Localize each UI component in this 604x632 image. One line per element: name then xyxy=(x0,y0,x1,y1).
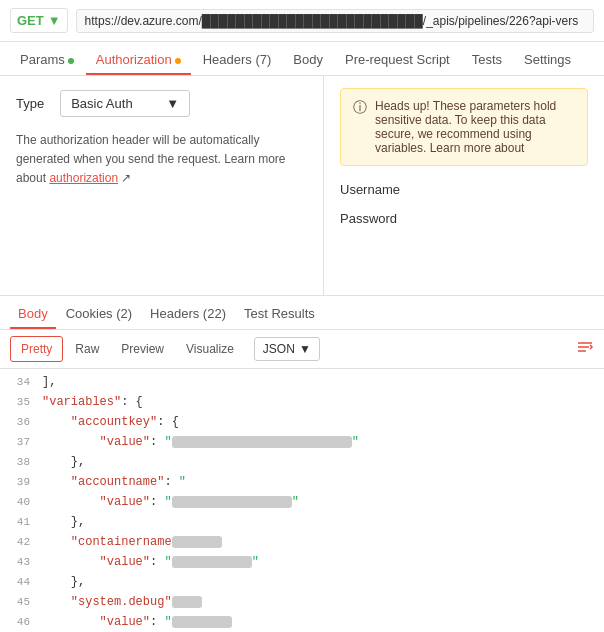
format-bar: Pretty Raw Preview Visualize JSON ▼ xyxy=(0,330,604,369)
type-select-chevron-icon: ▼ xyxy=(166,96,179,111)
code-line-40: 40 "value": " " xyxy=(0,493,604,513)
auth-dot xyxy=(175,58,181,64)
format-tab-preview[interactable]: Preview xyxy=(111,337,174,361)
type-select-value: Basic Auth xyxy=(71,96,132,111)
code-line-44: 44 }, xyxy=(0,573,604,593)
format-tab-visualize[interactable]: Visualize xyxy=(176,337,244,361)
code-line-34: 34 ], xyxy=(0,373,604,393)
format-tab-raw[interactable]: Raw xyxy=(65,337,109,361)
code-line-46: 46 "value": " xyxy=(0,613,604,632)
response-tab-body[interactable]: Body xyxy=(10,296,56,329)
json-format-chevron-icon: ▼ xyxy=(299,342,311,356)
code-area[interactable]: 34 ], 35 "variables": { 36 "accountkey":… xyxy=(0,369,604,632)
url-input[interactable]: https://dev.azure.com/██████████████████… xyxy=(76,9,594,33)
password-label: Password xyxy=(340,211,588,226)
params-dot xyxy=(68,58,74,64)
tab-headers[interactable]: Headers (7) xyxy=(193,42,282,75)
authorization-link[interactable]: authorization xyxy=(49,171,118,185)
auth-left-panel: Type Basic Auth ▼ The authorization head… xyxy=(0,76,324,295)
code-line-35: 35 "variables": { xyxy=(0,393,604,413)
type-select-dropdown[interactable]: Basic Auth ▼ xyxy=(60,90,190,117)
request-tabs: Params Authorization Headers (7) Body Pr… xyxy=(0,42,604,76)
tab-settings[interactable]: Settings xyxy=(514,42,581,75)
info-icon: ⓘ xyxy=(353,99,367,155)
tab-authorization[interactable]: Authorization xyxy=(86,42,191,75)
type-row: Type Basic Auth ▼ xyxy=(16,90,307,117)
code-line-45: 45 "system.debug" xyxy=(0,593,604,613)
method-label: GET xyxy=(17,13,44,28)
notice-box: ⓘ Heads up! These parameters hold sensit… xyxy=(340,88,588,166)
tab-body[interactable]: Body xyxy=(283,42,333,75)
password-field-row: Password xyxy=(340,211,588,226)
format-tab-pretty[interactable]: Pretty xyxy=(10,336,63,362)
username-label: Username xyxy=(340,182,588,197)
json-format-select[interactable]: JSON ▼ xyxy=(254,337,320,361)
auth-section: Type Basic Auth ▼ The authorization head… xyxy=(0,76,604,296)
method-select[interactable]: GET ▼ xyxy=(10,8,68,33)
response-tabs: Body Cookies (2) Headers (22) Test Resul… xyxy=(0,296,604,330)
code-line-38: 38 }, xyxy=(0,453,604,473)
method-chevron-icon: ▼ xyxy=(48,13,61,28)
json-format-label: JSON xyxy=(263,342,295,356)
code-line-39: 39 "accountname": " xyxy=(0,473,604,493)
response-tab-test-results[interactable]: Test Results xyxy=(236,296,323,329)
tab-params[interactable]: Params xyxy=(10,42,84,75)
code-line-37: 37 "value": " " xyxy=(0,433,604,453)
type-label: Type xyxy=(16,96,44,111)
auth-description: The authorization header will be automat… xyxy=(16,131,307,189)
tab-pre-request[interactable]: Pre-request Script xyxy=(335,42,460,75)
url-bar: GET ▼ https://dev.azure.com/████████████… xyxy=(0,0,604,42)
code-line-43: 43 "value": " " xyxy=(0,553,604,573)
tab-tests[interactable]: Tests xyxy=(462,42,512,75)
notice-text: Heads up! These parameters hold sensitiv… xyxy=(375,99,575,155)
response-tab-headers[interactable]: Headers (22) xyxy=(142,296,234,329)
username-field-row: Username xyxy=(340,182,588,197)
auth-right-panel: ⓘ Heads up! These parameters hold sensit… xyxy=(324,76,604,295)
code-line-42: 42 "containername xyxy=(0,533,604,553)
code-line-36: 36 "accountkey": { xyxy=(0,413,604,433)
code-line-41: 41 }, xyxy=(0,513,604,533)
response-tab-cookies[interactable]: Cookies (2) xyxy=(58,296,140,329)
wrap-icon[interactable] xyxy=(576,338,594,360)
